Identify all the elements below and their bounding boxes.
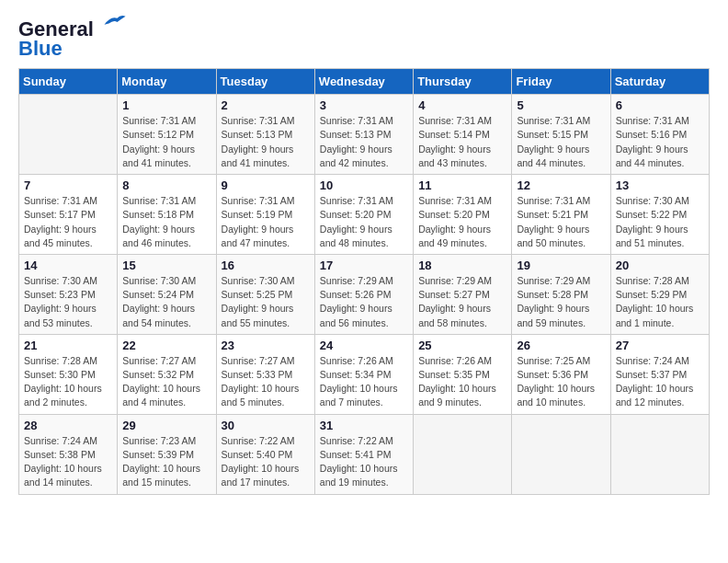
weekday-monday: Monday: [118, 69, 216, 95]
day-number: 11: [418, 178, 506, 192]
day-number: 16: [222, 259, 310, 272]
day-number: 27: [616, 339, 704, 352]
day-info: Sunrise: 7:31 AMSunset: 5:13 PMDaylight:…: [320, 114, 408, 170]
day-info: Sunrise: 7:31 AMSunset: 5:18 PMDaylight:…: [122, 194, 210, 250]
calendar-cell: [414, 414, 512, 494]
week-row-1: 1Sunrise: 7:31 AMSunset: 5:12 PMDaylight…: [19, 95, 710, 175]
day-info: Sunrise: 7:25 AMSunset: 5:36 PMDaylight:…: [517, 354, 605, 410]
day-number: 8: [122, 178, 210, 192]
calendar-cell: 25Sunrise: 7:26 AMSunset: 5:35 PMDayligh…: [414, 334, 512, 414]
day-number: 1: [122, 98, 210, 112]
day-number: 22: [122, 339, 210, 352]
calendar-cell: 6Sunrise: 7:31 AMSunset: 5:16 PMDaylight…: [610, 95, 709, 175]
day-number: 18: [418, 259, 506, 272]
logo: General Blue: [18, 18, 127, 61]
calendar-cell: 22Sunrise: 7:27 AMSunset: 5:32 PMDayligh…: [118, 334, 216, 414]
calendar-cell: 15Sunrise: 7:30 AMSunset: 5:24 PMDayligh…: [118, 254, 216, 334]
day-info: Sunrise: 7:28 AMSunset: 5:29 PMDaylight:…: [616, 274, 704, 330]
calendar-cell: 28Sunrise: 7:24 AMSunset: 5:38 PMDayligh…: [19, 414, 118, 494]
day-number: 21: [24, 339, 112, 352]
calendar-cell: 4Sunrise: 7:31 AMSunset: 5:14 PMDaylight…: [414, 95, 512, 175]
calendar-cell: 14Sunrise: 7:30 AMSunset: 5:23 PMDayligh…: [19, 254, 118, 334]
weekday-saturday: Saturday: [610, 69, 709, 95]
day-info: Sunrise: 7:27 AMSunset: 5:33 PMDaylight:…: [222, 354, 310, 410]
day-info: Sunrise: 7:31 AMSunset: 5:20 PMDaylight:…: [320, 194, 408, 250]
calendar-cell: 7Sunrise: 7:31 AMSunset: 5:17 PMDaylight…: [19, 175, 118, 255]
day-info: Sunrise: 7:29 AMSunset: 5:26 PMDaylight:…: [320, 274, 408, 330]
day-info: Sunrise: 7:31 AMSunset: 5:17 PMDaylight:…: [24, 194, 112, 250]
weekday-sunday: Sunday: [19, 69, 118, 95]
calendar-cell: 24Sunrise: 7:26 AMSunset: 5:34 PMDayligh…: [314, 334, 413, 414]
day-info: Sunrise: 7:30 AMSunset: 5:25 PMDaylight:…: [222, 274, 310, 330]
header: General Blue: [18, 18, 710, 61]
day-info: Sunrise: 7:31 AMSunset: 5:13 PMDaylight:…: [222, 114, 310, 170]
calendar-cell: 30Sunrise: 7:22 AMSunset: 5:40 PMDayligh…: [216, 414, 314, 494]
calendar-cell: 10Sunrise: 7:31 AMSunset: 5:20 PMDayligh…: [314, 175, 413, 255]
day-info: Sunrise: 7:30 AMSunset: 5:22 PMDaylight:…: [616, 194, 704, 250]
day-info: Sunrise: 7:27 AMSunset: 5:32 PMDaylight:…: [122, 354, 210, 410]
day-number: 12: [517, 178, 605, 192]
calendar-cell: 16Sunrise: 7:30 AMSunset: 5:25 PMDayligh…: [216, 254, 314, 334]
day-info: Sunrise: 7:24 AMSunset: 5:37 PMDaylight:…: [616, 354, 704, 410]
calendar-cell: 31Sunrise: 7:22 AMSunset: 5:41 PMDayligh…: [314, 414, 413, 494]
weekday-friday: Friday: [512, 69, 610, 95]
day-number: 10: [320, 178, 408, 192]
calendar-cell: 5Sunrise: 7:31 AMSunset: 5:15 PMDaylight…: [512, 95, 610, 175]
day-number: 19: [517, 259, 605, 272]
day-number: 24: [320, 339, 408, 352]
calendar-cell: 17Sunrise: 7:29 AMSunset: 5:26 PMDayligh…: [314, 254, 413, 334]
day-number: 4: [418, 98, 506, 112]
day-number: 3: [320, 98, 408, 112]
day-info: Sunrise: 7:24 AMSunset: 5:38 PMDaylight:…: [24, 434, 112, 490]
day-info: Sunrise: 7:31 AMSunset: 5:20 PMDaylight:…: [418, 194, 506, 250]
weekday-tuesday: Tuesday: [216, 69, 314, 95]
day-number: 17: [320, 259, 408, 272]
calendar-cell: 19Sunrise: 7:29 AMSunset: 5:28 PMDayligh…: [512, 254, 610, 334]
week-row-5: 28Sunrise: 7:24 AMSunset: 5:38 PMDayligh…: [19, 414, 710, 494]
day-info: Sunrise: 7:30 AMSunset: 5:23 PMDaylight:…: [24, 274, 112, 330]
calendar-cell: 23Sunrise: 7:27 AMSunset: 5:33 PMDayligh…: [216, 334, 314, 414]
calendar-cell: 11Sunrise: 7:31 AMSunset: 5:20 PMDayligh…: [414, 175, 512, 255]
calendar-cell: 3Sunrise: 7:31 AMSunset: 5:13 PMDaylight…: [314, 95, 413, 175]
day-info: Sunrise: 7:26 AMSunset: 5:35 PMDaylight:…: [418, 354, 506, 410]
calendar-cell: 20Sunrise: 7:28 AMSunset: 5:29 PMDayligh…: [610, 254, 709, 334]
calendar-table: SundayMondayTuesdayWednesdayThursdayFrid…: [18, 68, 710, 494]
day-number: 5: [517, 98, 605, 112]
day-info: Sunrise: 7:26 AMSunset: 5:34 PMDaylight:…: [320, 354, 408, 410]
calendar-cell: 29Sunrise: 7:23 AMSunset: 5:39 PMDayligh…: [118, 414, 216, 494]
logo-blue: Blue: [18, 37, 63, 61]
day-info: Sunrise: 7:22 AMSunset: 5:41 PMDaylight:…: [320, 434, 408, 490]
calendar-cell: 1Sunrise: 7:31 AMSunset: 5:12 PMDaylight…: [118, 95, 216, 175]
calendar-cell: 2Sunrise: 7:31 AMSunset: 5:13 PMDaylight…: [216, 95, 314, 175]
day-number: 14: [24, 259, 112, 272]
calendar-cell: 13Sunrise: 7:30 AMSunset: 5:22 PMDayligh…: [610, 175, 709, 255]
calendar-cell: 27Sunrise: 7:24 AMSunset: 5:37 PMDayligh…: [610, 334, 709, 414]
day-info: Sunrise: 7:31 AMSunset: 5:19 PMDaylight:…: [222, 194, 310, 250]
day-info: Sunrise: 7:31 AMSunset: 5:12 PMDaylight:…: [122, 114, 210, 170]
day-info: Sunrise: 7:30 AMSunset: 5:24 PMDaylight:…: [122, 274, 210, 330]
day-info: Sunrise: 7:23 AMSunset: 5:39 PMDaylight:…: [122, 434, 210, 490]
calendar-cell: [19, 95, 118, 175]
calendar-cell: 8Sunrise: 7:31 AMSunset: 5:18 PMDaylight…: [118, 175, 216, 255]
calendar-cell: 18Sunrise: 7:29 AMSunset: 5:27 PMDayligh…: [414, 254, 512, 334]
calendar-cell: 21Sunrise: 7:28 AMSunset: 5:30 PMDayligh…: [19, 334, 118, 414]
week-row-4: 21Sunrise: 7:28 AMSunset: 5:30 PMDayligh…: [19, 334, 710, 414]
day-info: Sunrise: 7:29 AMSunset: 5:28 PMDaylight:…: [517, 274, 605, 330]
week-row-2: 7Sunrise: 7:31 AMSunset: 5:17 PMDaylight…: [19, 175, 710, 255]
calendar-cell: [610, 414, 709, 494]
weekday-thursday: Thursday: [414, 69, 512, 95]
weekday-header-row: SundayMondayTuesdayWednesdayThursdayFrid…: [19, 69, 710, 95]
logo-bird-icon: [101, 13, 127, 29]
day-number: 15: [122, 259, 210, 272]
day-info: Sunrise: 7:31 AMSunset: 5:21 PMDaylight:…: [517, 194, 605, 250]
calendar-cell: 12Sunrise: 7:31 AMSunset: 5:21 PMDayligh…: [512, 175, 610, 255]
week-row-3: 14Sunrise: 7:30 AMSunset: 5:23 PMDayligh…: [19, 254, 710, 334]
day-number: 28: [24, 419, 112, 432]
day-number: 23: [222, 339, 310, 352]
day-number: 30: [222, 419, 310, 432]
day-number: 25: [418, 339, 506, 352]
day-info: Sunrise: 7:28 AMSunset: 5:30 PMDaylight:…: [24, 354, 112, 410]
calendar-cell: 9Sunrise: 7:31 AMSunset: 5:19 PMDaylight…: [216, 175, 314, 255]
day-number: 2: [222, 98, 310, 112]
weekday-wednesday: Wednesday: [314, 69, 413, 95]
